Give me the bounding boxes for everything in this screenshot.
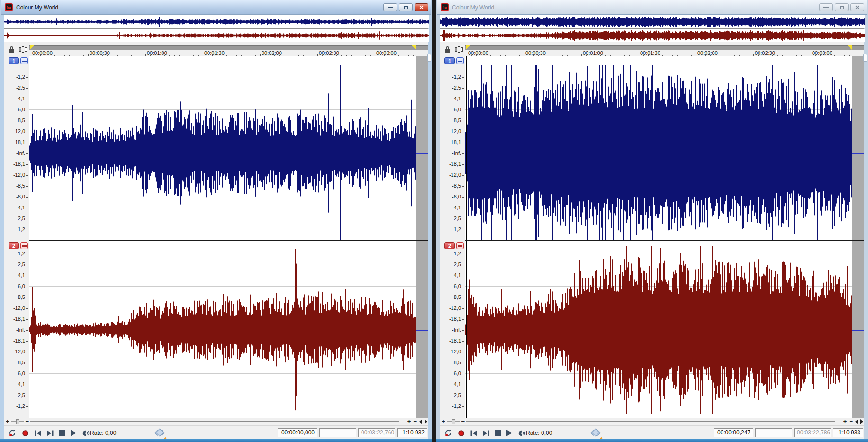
stop-icon[interactable] (495, 430, 501, 436)
loop-region-bar[interactable] (465, 45, 864, 50)
ruler-row: 00:00:0000:00:3000:01:0000:01:3000:02:00… (440, 42, 864, 56)
play-icon[interactable] (506, 430, 512, 436)
go-to-start-icon[interactable] (470, 430, 477, 436)
record-icon[interactable] (22, 430, 29, 437)
zoom-out-icon[interactable]: − (26, 418, 29, 425)
zoom-in-icon[interactable]: + (442, 418, 445, 425)
track-2-waveform[interactable] (465, 241, 852, 418)
db-scale-label: -12,0 (13, 172, 25, 178)
track-1-number-button[interactable]: 1 (9, 57, 19, 64)
db-scale-label: -8,5 (16, 360, 25, 365)
selection-box[interactable] (755, 428, 792, 437)
zoom-out-controls: + − (442, 418, 465, 425)
loop-start-marker-icon[interactable] (30, 45, 34, 50)
vertical-scrollbar-thumb[interactable] (863, 54, 867, 62)
scroll-right-icon[interactable] (425, 419, 427, 424)
go-to-end-icon[interactable] (47, 430, 54, 436)
db-scale-label: -6,0 (452, 283, 461, 289)
overview-waveform-right-channel[interactable] (440, 29, 865, 42)
restore-button[interactable] (835, 3, 849, 11)
zoom-in-icon[interactable]: + (843, 418, 847, 425)
rate-shuttle-handle[interactable] (593, 430, 598, 435)
db-scale-label: -1,2 (452, 403, 461, 409)
rate-slider[interactable] (565, 433, 650, 433)
go-to-start-icon[interactable] (35, 430, 41, 436)
overview-waveform-left-channel[interactable] (440, 15, 865, 28)
track-2-minimize-button[interactable] (456, 242, 464, 249)
zoom-slider[interactable] (447, 421, 460, 422)
record-mode-icon[interactable] (444, 429, 452, 437)
overview-waveform-left-channel[interactable] (4, 15, 429, 28)
zoom-slider-thumb[interactable] (16, 419, 19, 424)
close-button[interactable] (850, 3, 864, 11)
titlebar[interactable]: frg Colour My World (437, 0, 867, 15)
db-scale-label: -2,5 (16, 262, 25, 267)
zoom-slider-thumb[interactable] (452, 419, 455, 424)
track-1-minimize-button[interactable] (20, 57, 28, 64)
zoom-in-icon[interactable]: + (6, 418, 9, 425)
minimize-button[interactable] (819, 3, 833, 11)
zoom-out-icon[interactable]: − (461, 418, 465, 425)
zoom-slider[interactable] (11, 421, 24, 422)
track-1-number-button[interactable]: 1 (444, 57, 455, 64)
close-button[interactable] (415, 3, 428, 11)
track-2-number-button[interactable]: 2 (444, 242, 455, 249)
scroll-right-icon[interactable] (860, 419, 863, 424)
vertical-scrollbar-thumb[interactable] (427, 54, 431, 62)
rate-shuttle-handle[interactable] (157, 430, 163, 435)
loop-end-marker-icon[interactable] (412, 45, 416, 50)
time-ruler[interactable]: 00:00:0000:00:3000:01:0000:01:3000:02:00… (465, 42, 864, 56)
stop-icon[interactable] (59, 430, 65, 436)
play-icon[interactable] (71, 430, 76, 436)
track-2-number-button[interactable]: 2 (9, 242, 19, 249)
horizontal-scrollbar[interactable] (466, 421, 835, 422)
track-2-waveform[interactable] (29, 241, 416, 418)
overview-waveform-right-channel[interactable] (4, 29, 429, 42)
scroll-left-icon[interactable] (855, 419, 858, 424)
record-mode-icon[interactable] (9, 429, 16, 437)
rate-slider[interactable] (129, 433, 214, 433)
track-2-minimize-button[interactable] (20, 242, 28, 249)
scrub-icon[interactable] (82, 430, 90, 437)
edit-tool-icon[interactable] (455, 46, 463, 53)
zoom-out-icon[interactable]: − (849, 418, 853, 425)
loop-region-bar[interactable] (29, 45, 428, 50)
scroll-left-icon[interactable] (419, 419, 422, 424)
overview-strip[interactable] (440, 15, 864, 42)
cursor-position-box[interactable]: 00:00:00,247 (714, 428, 753, 437)
zoom-right-controls: + − (407, 418, 427, 425)
scrub-icon[interactable] (518, 430, 526, 437)
track-1-waveform[interactable] (465, 56, 852, 240)
track-1-minimize-button[interactable] (456, 57, 464, 64)
record-icon[interactable] (458, 430, 465, 437)
db-scale-label: -8,5 (452, 360, 461, 365)
track-1-waveform[interactable] (29, 56, 416, 240)
lock-icon[interactable] (445, 46, 450, 53)
overview-strip[interactable] (4, 15, 428, 42)
lock-icon[interactable] (9, 46, 14, 53)
minimize-button[interactable] (383, 3, 397, 11)
titlebar[interactable]: frg Colour My World (1, 0, 431, 15)
selection-box[interactable] (319, 428, 356, 437)
db-scale-label: -1,2 (452, 226, 461, 232)
go-to-end-icon[interactable] (483, 430, 489, 436)
loop-start-marker-icon[interactable] (466, 45, 470, 50)
track-2-header: 2 (444, 242, 464, 249)
cursor-position-box[interactable]: 00:00:00,000 (278, 428, 317, 437)
horizontal-scroll-row: + − + − (440, 418, 864, 425)
db-scale-label: -18,1 (13, 161, 25, 167)
zoom-ratio-box[interactable]: 1:10 932 (397, 428, 427, 437)
zoom-ratio-box[interactable]: 1:10 933 (833, 428, 863, 437)
db-scale-label: -6,0 (16, 370, 25, 376)
loop-end-marker-icon[interactable] (848, 45, 852, 50)
horizontal-scrollbar[interactable] (30, 421, 399, 422)
zoom-out-icon[interactable]: − (413, 418, 417, 425)
edit-tool-icon[interactable] (19, 46, 27, 53)
length-box[interactable]: 00:03:22,760 (358, 428, 395, 437)
restore-button[interactable] (399, 3, 413, 11)
length-box[interactable]: 00:03:22,786 (794, 428, 831, 437)
scale-col: -1,2-2,5-4,1-6,0-8,5-12,0-18,1-Inf.-18,1… (440, 56, 465, 418)
db-scale-label: -6,0 (452, 194, 461, 199)
time-ruler[interactable]: 00:00:0000:00:3000:01:0000:01:3000:02:00… (29, 42, 428, 56)
zoom-in-icon[interactable]: + (407, 418, 411, 425)
